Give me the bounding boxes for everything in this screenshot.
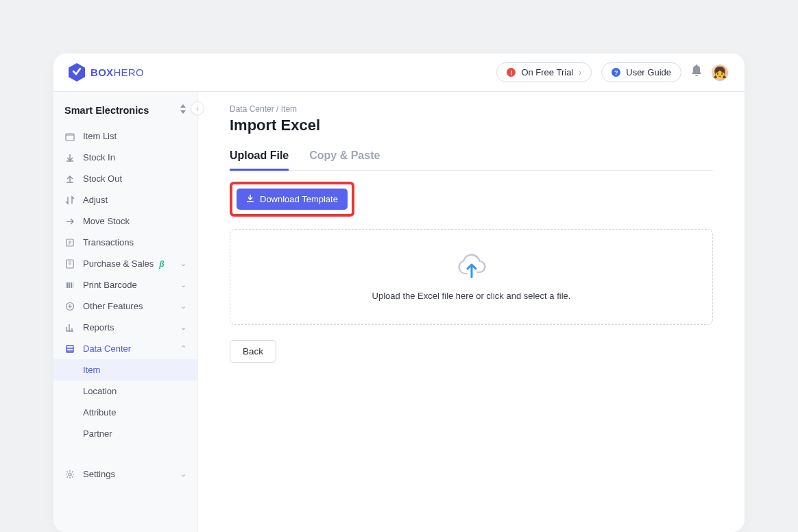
database-icon: [64, 344, 75, 354]
app-body: Smart Electronics ‹ Item List: [53, 92, 745, 532]
chevron-down-icon: ⌄: [180, 323, 186, 332]
back-button[interactable]: Back: [230, 340, 276, 363]
sidebar-item-stockout[interactable]: Stock Out: [53, 168, 197, 189]
sidebar-item-movestock[interactable]: Move Stock: [53, 210, 197, 232]
sidebar-item-label: Move Stock: [83, 216, 130, 226]
svg-rect-4: [67, 282, 69, 288]
sidebar-item-otherfeatures[interactable]: Other Features ⌄: [53, 295, 197, 317]
sidebar-item-settings[interactable]: Settings ⌄: [53, 463, 197, 485]
sidebar-item-adjust[interactable]: Adjust: [53, 189, 197, 210]
beta-badge: β: [159, 259, 164, 269]
breadcrumb: Data Center / Item: [230, 104, 713, 114]
svg-rect-6: [71, 282, 72, 288]
svg-point-10: [69, 473, 71, 476]
sidebar-item-label: Purchase & Sales: [83, 258, 154, 269]
upload-dropzone[interactable]: Upload the Excel file here or click and …: [230, 229, 713, 325]
chevron-down-icon: ⌄: [180, 259, 186, 268]
trial-pill[interactable]: ! On Free Trial ›: [496, 62, 592, 82]
receipt-icon: [64, 238, 75, 247]
tabs: Upload File Copy & Paste: [230, 145, 713, 171]
chevron-down-icon: ⌄: [180, 470, 186, 479]
highlight-box: Download Template: [230, 182, 354, 217]
chevron-down-icon: ⌄: [180, 302, 186, 311]
dropzone-text: Upload the Excel file here or click and …: [372, 291, 571, 301]
sidebar-item-label: Stock Out: [83, 173, 122, 184]
download-template-button[interactable]: Download Template: [237, 189, 348, 210]
svg-rect-5: [69, 282, 70, 288]
sidebar-item-label: Stock In: [83, 152, 115, 162]
sidebar-subitem-location[interactable]: Location: [53, 380, 197, 402]
app-header: BOXHERO ! On Free Trial › ? User Guide 👧: [53, 53, 745, 92]
gear-icon: [64, 470, 75, 479]
sidebar-item-label: Adjust: [83, 195, 108, 205]
tab-upload-file[interactable]: Upload File: [230, 145, 289, 170]
app-window: BOXHERO ! On Free Trial › ? User Guide 👧: [53, 53, 745, 532]
workspace-selector[interactable]: Smart Electronics: [53, 104, 197, 125]
sidebar-item-label: Transactions: [83, 237, 134, 247]
chevron-right-icon: ›: [579, 68, 581, 77]
sidebar-item-itemlist[interactable]: Item List: [53, 125, 197, 147]
updown-icon: [180, 104, 186, 116]
workspace-title: Smart Electronics: [64, 105, 149, 116]
help-icon: ?: [612, 68, 620, 77]
arrow-down-icon: [64, 153, 75, 162]
invoice-icon: [64, 259, 75, 269]
swap-icon: [64, 195, 75, 205]
page-title: Import Excel: [230, 117, 713, 134]
sidebar-item-stockin[interactable]: Stock In: [53, 147, 197, 168]
userguide-pill[interactable]: ? User Guide: [601, 62, 681, 82]
sidebar-item-label: Settings: [83, 469, 115, 479]
userguide-label: User Guide: [626, 67, 671, 77]
logo-icon: [69, 63, 85, 82]
main-content: Data Center / Item Import Excel Upload F…: [198, 92, 745, 532]
sidebar-nav: Item List Stock In Stock Out: [53, 125, 197, 485]
sidebar-subitem-item[interactable]: Item: [53, 359, 197, 380]
avatar[interactable]: 👧: [712, 64, 728, 81]
arrow-right-icon: [64, 217, 75, 226]
download-template-label: Download Template: [260, 194, 338, 204]
plus-circle-icon: [64, 302, 75, 311]
breadcrumb-parent[interactable]: Data Center: [230, 104, 274, 114]
logo[interactable]: BOXHERO: [69, 63, 144, 82]
chevron-down-icon: ⌄: [180, 280, 186, 289]
header-right: ! On Free Trial › ? User Guide 👧: [496, 62, 728, 82]
download-icon: [246, 194, 254, 204]
sidebar: Smart Electronics ‹ Item List: [53, 92, 198, 532]
bell-icon[interactable]: [691, 64, 702, 80]
breadcrumb-current: Item: [281, 104, 297, 114]
sidebar-item-label: Print Barcode: [83, 280, 137, 290]
logo-text: BOXHERO: [90, 66, 144, 78]
sidebar-subitem-attribute[interactable]: Attribute: [53, 402, 197, 423]
sidebar-item-purchasesales[interactable]: Purchase & Sales β ⌄: [53, 253, 197, 274]
breadcrumb-sep: /: [274, 104, 281, 114]
logo-hero: HERO: [113, 66, 144, 78]
sidebar-item-label: Item List: [83, 131, 117, 141]
svg-rect-3: [66, 282, 66, 288]
cloud-upload-icon: [457, 254, 487, 278]
box-icon: [64, 132, 75, 141]
barcode-icon: [64, 280, 75, 290]
logo-box: BOX: [90, 66, 113, 78]
sidebar-item-label: Data Center: [83, 343, 131, 354]
sidebar-item-label: Other Features: [83, 301, 143, 311]
svg-rect-7: [73, 282, 73, 288]
trial-label: On Free Trial: [521, 67, 573, 77]
sidebar-subitem-partner[interactable]: Partner: [53, 423, 197, 444]
chevron-up-icon: ⌃: [180, 344, 186, 353]
action-row: Download Template: [230, 182, 713, 217]
sidebar-item-datacenter[interactable]: Data Center ⌃: [53, 338, 197, 359]
alert-icon: !: [507, 68, 516, 77]
sidebar-item-transactions[interactable]: Transactions: [53, 232, 197, 253]
arrow-up-icon: [64, 174, 75, 184]
tab-copy-paste[interactable]: Copy & Paste: [309, 145, 380, 170]
sidebar-item-reports[interactable]: Reports ⌄: [53, 317, 197, 338]
datacenter-submenu: Item Location Attribute Partner: [53, 359, 197, 444]
sidebar-item-label: Reports: [83, 322, 114, 332]
sidebar-item-printbarcode[interactable]: Print Barcode ⌄: [53, 274, 197, 295]
chart-icon: [64, 323, 75, 332]
